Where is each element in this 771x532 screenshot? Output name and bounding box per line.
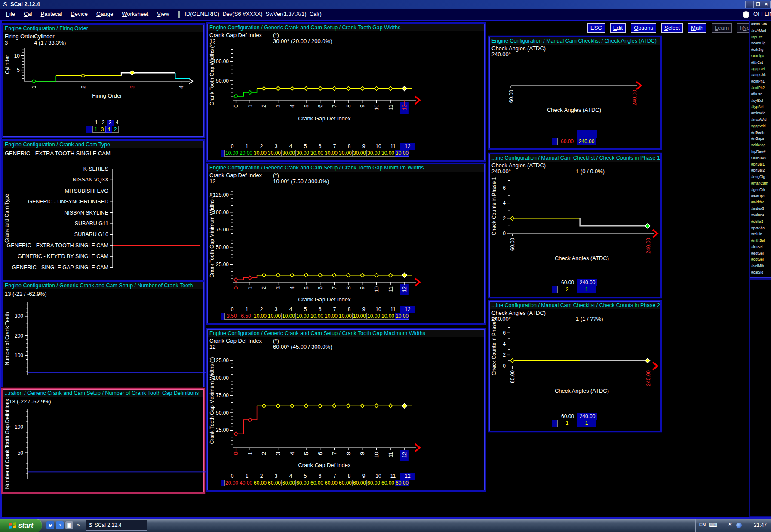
sidebar-watch-item[interactable]: #edtSel (750, 250, 771, 257)
check-counts-phase1-table[interactable]: 60.00240.0021 (552, 279, 597, 293)
table-header-cell[interactable]: 3 (269, 143, 283, 150)
title-bar[interactable]: S SCal 2.12.4 _ ❐ ✕ (0, 0, 771, 9)
table-value-cell[interactable]: 3 (99, 126, 106, 133)
keyboard-icon[interactable]: ⌨ (709, 521, 717, 528)
gap-min-widths-table[interactable]: 01234567891011123.506.5010.0010.0010.001… (221, 306, 415, 320)
table-value-cell[interactable]: 10.00 (281, 313, 296, 320)
table-header-cell[interactable]: 2 (254, 473, 269, 480)
sidebar-watch-item[interactable]: #lrnSel (750, 244, 771, 250)
table-value-cell[interactable]: 10.00 (381, 313, 395, 320)
table-header-cell[interactable]: 4 (283, 473, 298, 480)
table-header-cell[interactable]: 4 (283, 306, 298, 313)
start-button[interactable]: start (0, 519, 42, 532)
cam-type-list-chart[interactable]: K-SERIESNISSAN VQ3XMITSUBISHI EVOGENERIC… (3, 160, 203, 277)
quicklaunch-expand-chevron[interactable]: » (76, 521, 81, 529)
table-header-cell[interactable]: 5 (298, 306, 313, 313)
sidebar-watch-item[interactable]: #tthCnt (750, 59, 771, 66)
sidebar-watch-item[interactable]: #optSel (750, 256, 771, 263)
table-value-cell[interactable]: 10.00 (224, 150, 239, 157)
sidebar-watch-item[interactable]: #manCam (750, 180, 771, 187)
table-value-cell[interactable]: 30.00 (295, 150, 310, 157)
table-header-cell[interactable]: 10 (371, 306, 386, 313)
table-value-cell[interactable]: 10.00 (310, 313, 324, 320)
table-header-cell[interactable]: 9 (356, 143, 371, 150)
sidebar-watch-item[interactable]: #phSel2 (750, 167, 771, 174)
table-header-cell[interactable] (577, 130, 597, 138)
sidebar-watch-item[interactable]: #relLin (750, 231, 771, 237)
table-value-cell[interactable]: 4 (105, 126, 112, 133)
sidebar-watch-item[interactable]: #index3 (750, 206, 771, 212)
table-header-cell[interactable]: 11 (386, 473, 400, 480)
panel-check-counts-phase1[interactable]: ...ine Configuration / Manual Cam Checkl… (489, 154, 660, 297)
firing-order-table[interactable]: 12341342 (86, 120, 120, 133)
table-value-cell[interactable]: 30.00 (395, 150, 409, 157)
sidebar-watch-item[interactable]: #nTeeth (750, 129, 771, 136)
menu-item-device[interactable]: Device (66, 9, 92, 20)
table-value-cell[interactable]: 10.00 (253, 313, 267, 320)
table-header-cell[interactable]: 1 (240, 306, 254, 313)
panel-firing-order[interactable]: Engine Configuration / Firing Order Firi… (3, 25, 204, 137)
sidebar-watch-item[interactable]: #firOrd (750, 91, 771, 98)
sidebar-watch-item[interactable]: #selMth (750, 263, 771, 269)
sidebar-watch-item[interactable]: #value4 (750, 212, 771, 218)
table-header-cell[interactable]: 9 (356, 473, 371, 480)
table-value-cell[interactable]: 30.00 (267, 150, 282, 157)
gap-max-widths-table[interactable]: 012345678910111220.0040.0060.0060.0060.0… (221, 473, 415, 486)
table-header-cell[interactable]: 3 (269, 473, 283, 480)
taskbar-task-scal[interactable]: SSCal 2.12.4 (86, 520, 147, 531)
table-value-cell[interactable]: 60.00 (295, 480, 310, 486)
panel-crank-cam-type[interactable]: Engine Configuration / Crank and Cam Typ… (3, 141, 204, 280)
table-header-cell[interactable]: 240.00 (577, 279, 597, 286)
table-header-cell[interactable]: 6 (313, 143, 327, 150)
table-value-cell[interactable]: 30.00 (253, 150, 267, 157)
sidebar-watch-item[interactable]: #synESta (750, 21, 771, 28)
table-value-cell[interactable]: 20.00 (224, 480, 239, 486)
table-value-cell[interactable]: 10.00 (338, 313, 353, 320)
table-value-cell[interactable]: 2 (557, 286, 577, 293)
table-value-cell[interactable]: 40.00 (239, 480, 253, 486)
gap-min-widths-chart[interactable]: 25.0050.0075.00100.00125.000123456789101… (208, 185, 485, 305)
table-value-cell[interactable]: 60.00 (324, 480, 338, 486)
table-value-cell[interactable]: 1 (557, 420, 577, 427)
sidebar-watch-item[interactable]: #gapWid (750, 123, 771, 129)
tray-status-icon[interactable] (736, 523, 742, 528)
table-value-cell[interactable]: 10.00 (352, 313, 367, 320)
table-header-cell[interactable]: 12 (400, 473, 415, 480)
sidebar-watch-item[interactable]: #delta5 (750, 218, 771, 225)
menu-item-view[interactable]: View (153, 9, 173, 20)
table-value-cell[interactable]: 10.00 (366, 313, 381, 320)
sidebar-watch-item[interactable]: #width2 (750, 199, 771, 206)
menu-item-cal[interactable]: Cal (19, 9, 37, 20)
sidebar-watch-item[interactable]: #setUp1 (750, 193, 771, 200)
table-header-cell[interactable]: 9 (356, 306, 371, 313)
button-esc[interactable]: ESC (587, 23, 605, 33)
table-value-cell[interactable]: 10.00 (295, 313, 310, 320)
table-value-cell[interactable]: 60.00 (267, 480, 282, 486)
empty-sidebar[interactable] (750, 280, 771, 516)
sidebar-watch-item[interactable]: #engCfg (750, 174, 771, 180)
sidebar-watch-item[interactable]: #calSig (750, 269, 771, 276)
table-value-cell[interactable]: 1 (577, 420, 596, 427)
table-header-cell[interactable]: 1 (240, 473, 254, 480)
language-indicator[interactable]: EN (699, 522, 706, 527)
table-header-cell[interactable]: 5 (298, 473, 313, 480)
table-value-cell[interactable]: 60.00 (253, 480, 267, 486)
table-value-cell[interactable]: 30.00 (281, 150, 296, 157)
table-value-cell[interactable]: 6.50 (239, 313, 253, 320)
table-header-cell[interactable]: 240.00 (577, 413, 597, 420)
table-value-cell[interactable]: 10.00 (267, 313, 282, 320)
table-header-cell[interactable]: 4 (114, 120, 120, 126)
quicklaunch-browser-icon[interactable]: ◔ (56, 521, 64, 529)
tray-scal-icon[interactable]: S (728, 522, 731, 527)
minimize-button[interactable]: _ (745, 1, 754, 8)
gap-widths-chart[interactable]: 50.00100.000123456789101112Crank Gap Def… (208, 44, 485, 141)
panel-gap-max-widths[interactable]: Engine Configuration / Generic Crank and… (207, 329, 485, 490)
table-value-cell[interactable]: 20.00 (239, 150, 253, 157)
sidebar-watch-item[interactable]: #typSel (750, 104, 771, 110)
quicklaunch-desktop-icon[interactable]: ▣ (65, 521, 73, 529)
table-header-cell[interactable]: 0 (225, 143, 240, 150)
gap-widths-table[interactable]: 012345678910111210.0020.0030.0030.0030.0… (221, 143, 415, 157)
table-value-cell[interactable]: 60.00 (281, 480, 296, 486)
table-header-cell[interactable]: 3 (269, 306, 283, 313)
watch-list-sidebar[interactable]: #synESta#ruAMedInpFlt##camSig#crkSigOutF… (750, 21, 771, 278)
